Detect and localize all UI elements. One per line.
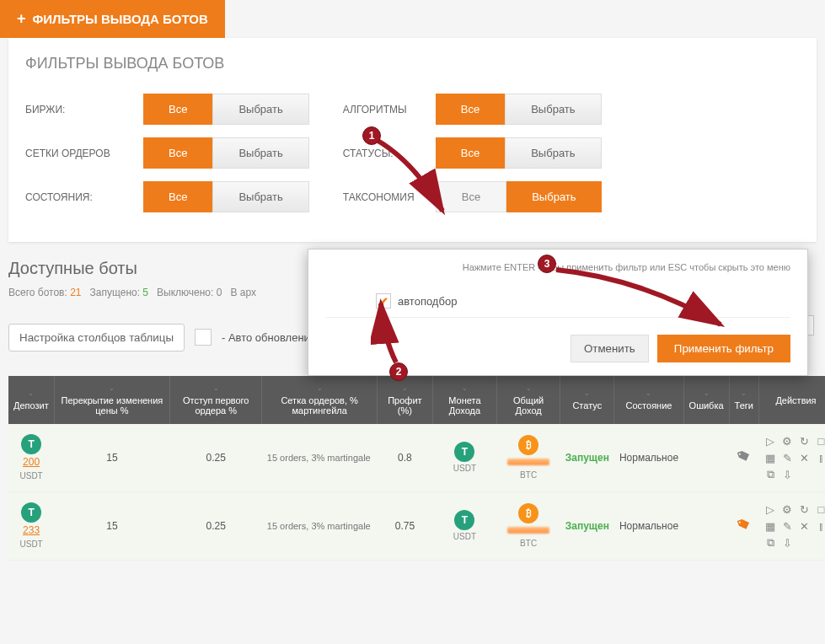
play-icon[interactable]: ▷ xyxy=(763,502,777,516)
cell-income-coin: T USDT xyxy=(432,424,496,492)
copy-icon[interactable]: ⧉ xyxy=(763,536,777,550)
gear-icon[interactable]: ⚙ xyxy=(780,502,794,516)
auto-refresh-checkbox[interactable] xyxy=(195,329,212,346)
table-row: T 233 USDT 15 0.25 15 orders, 3% marting… xyxy=(8,492,825,561)
select-button[interactable]: Выбрать xyxy=(505,137,601,169)
cell-total-income: ₿ BTC xyxy=(496,424,560,492)
th-deposit[interactable]: ⌄Депозит xyxy=(8,376,54,424)
select-button[interactable]: Выбрать xyxy=(505,94,601,125)
th-income-coin[interactable]: ⌄Монета Дохода xyxy=(432,376,496,424)
filters-header-button[interactable]: + ФИЛЬТРЫ ВЫВОДА БОТОВ xyxy=(0,0,225,38)
cell-total-income: ₿ BTC xyxy=(496,492,560,561)
deposit-link[interactable]: 200 xyxy=(13,456,49,468)
all-button[interactable]: Все xyxy=(436,94,505,125)
stop-icon[interactable]: □ xyxy=(814,502,825,516)
filter-row-exchanges: БИРЖИ: Все Выбрать АЛГОРИТМЫ Все Выбрать xyxy=(25,94,800,125)
annotation-marker-1: 1 xyxy=(362,126,381,145)
delete-icon[interactable]: ✕ xyxy=(797,451,811,464)
cell-coverage: 15 xyxy=(54,492,169,561)
filter-row-grids: СЕТКИ ОРДЕРОВ Все Выбрать СТАТУСЫ: Все В… xyxy=(25,137,800,169)
cell-status: Запущен xyxy=(560,424,614,492)
all-button[interactable]: Все xyxy=(436,137,505,169)
filter-label: СТАТУСЫ: xyxy=(343,148,419,159)
button-group: Все Выбрать xyxy=(436,137,602,169)
chart-icon[interactable]: ⫿ xyxy=(814,451,825,464)
button-group: Все Выбрать xyxy=(143,181,309,212)
cell-deposit: T 200 USDT xyxy=(8,424,54,492)
off-count: 0 xyxy=(217,287,222,298)
tag-icon[interactable] xyxy=(734,447,753,466)
gear-icon[interactable]: ⚙ xyxy=(780,434,794,448)
refresh-icon[interactable]: ↻ xyxy=(797,502,811,516)
all-button[interactable]: Все xyxy=(143,137,212,169)
cancel-button[interactable]: Отменить xyxy=(571,335,649,362)
select-button[interactable]: Выбрать xyxy=(212,137,308,169)
plus-icon: + xyxy=(17,10,26,28)
bots-table: ⌄Депозит ⌄Перекрытие изменения цены % ⌄О… xyxy=(8,376,825,561)
deposit-coin: USDT xyxy=(20,539,43,549)
tether-icon: T xyxy=(454,442,474,462)
grid-icon[interactable]: ▦ xyxy=(763,519,777,533)
copy-icon[interactable]: ⧉ xyxy=(763,468,777,481)
refresh-icon[interactable]: ↻ xyxy=(797,434,811,448)
chart-icon[interactable]: ⫿ xyxy=(814,519,825,533)
bitcoin-icon: ₿ xyxy=(518,435,538,455)
th-tags[interactable]: ⌄Теги xyxy=(729,376,758,424)
archive-icon[interactable]: ⇩ xyxy=(780,468,794,481)
th-status[interactable]: ⌄Статус xyxy=(560,376,614,424)
tag-icon[interactable] xyxy=(734,515,753,534)
cell-offset: 0.25 xyxy=(170,492,262,561)
delete-icon[interactable]: ✕ xyxy=(797,519,811,533)
select-button[interactable]: Выбрать xyxy=(506,181,601,212)
select-button[interactable]: Выбрать xyxy=(212,94,308,125)
edit-icon[interactable]: ✎ xyxy=(780,519,794,533)
cell-coverage: 15 xyxy=(54,424,169,492)
checkbox-autoselect[interactable]: ✔ xyxy=(376,293,391,309)
cell-grid: 15 orders, 3% martingale xyxy=(262,492,378,561)
running-count: 5 xyxy=(142,287,148,298)
total-count: 21 xyxy=(70,287,81,298)
blurred-value xyxy=(507,459,549,465)
all-button[interactable]: Все xyxy=(436,181,506,212)
edit-icon[interactable]: ✎ xyxy=(780,451,794,464)
play-icon[interactable]: ▷ xyxy=(763,434,777,448)
deposit-link[interactable]: 233 xyxy=(13,524,49,536)
cell-error xyxy=(683,492,729,561)
cell-profit: 0.75 xyxy=(377,492,432,561)
th-state[interactable]: ⌄Состояние xyxy=(614,376,683,424)
select-button[interactable]: Выбрать xyxy=(212,181,308,212)
th-grid[interactable]: ⌄Сетка ордеров, % мартингейла xyxy=(262,376,378,424)
bitcoin-icon: ₿ xyxy=(518,503,538,523)
checkbox-label: автоподбор xyxy=(398,295,457,308)
cell-state: Нормальное xyxy=(614,492,683,561)
th-actions: Действия xyxy=(758,376,825,424)
th-error[interactable]: ⌄Ошибка xyxy=(683,376,729,424)
button-group: Все Выбрать xyxy=(436,181,602,212)
cell-offset: 0.25 xyxy=(170,424,262,492)
button-group: Все Выбрать xyxy=(436,94,602,125)
grid-icon[interactable]: ▦ xyxy=(763,451,777,464)
all-button[interactable]: Все xyxy=(143,94,212,125)
blurred-value xyxy=(507,527,549,534)
filter-row-states: СОСТОЯНИЯ: Все Выбрать ТАКСОНОМИЯ Все Вы… xyxy=(25,181,800,212)
th-total-income[interactable]: ⌄Общий Доход xyxy=(496,376,560,424)
cell-grid: 15 orders, 3% martingale xyxy=(262,424,378,492)
cell-tags xyxy=(729,424,758,492)
th-coverage[interactable]: ⌄Перекрытие изменения цены % xyxy=(54,376,169,424)
cell-deposit: T 233 USDT xyxy=(8,492,54,561)
th-offset[interactable]: ⌄Отступ первого ордера % xyxy=(170,376,262,424)
cell-profit: 0.8 xyxy=(377,424,432,492)
filter-label: АЛГОРИТМЫ xyxy=(343,104,419,115)
columns-settings-button[interactable]: Настройка столбцов таблицы xyxy=(8,324,185,352)
stop-icon[interactable]: □ xyxy=(814,434,825,448)
th-profit[interactable]: ⌄Профит (%) xyxy=(377,376,432,424)
auto-refresh-label: - Авто обновление xyxy=(222,331,316,344)
filter-label: ТАКСОНОМИЯ xyxy=(343,191,419,203)
button-group: Все Выбрать xyxy=(143,137,309,169)
deposit-coin: USDT xyxy=(20,471,43,480)
cell-status: Запущен xyxy=(560,492,614,561)
apply-filter-button[interactable]: Применить фильтр xyxy=(657,335,790,362)
all-button[interactable]: Все xyxy=(143,181,212,212)
archive-icon[interactable]: ⇩ xyxy=(780,536,794,550)
filter-label: БИРЖИ: xyxy=(25,104,126,115)
